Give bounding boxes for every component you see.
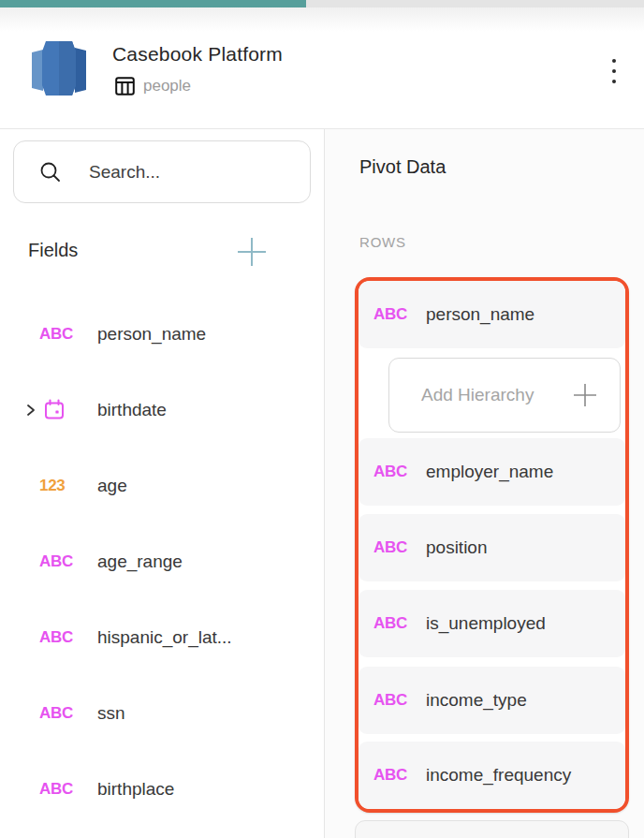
- fields-header: Fields: [0, 223, 325, 281]
- app-header: Casebook Platform people: [0, 7, 644, 129]
- page-load-progress-track: [0, 0, 644, 7]
- pivot-row-chip-position[interactable]: ABC position: [359, 514, 625, 581]
- chevron-right-icon[interactable]: [24, 404, 37, 417]
- search-input[interactable]: [89, 162, 276, 183]
- text-type-badge: ABC: [373, 305, 415, 324]
- table-icon: [115, 77, 135, 96]
- add-field-plus-icon[interactable]: [236, 236, 268, 268]
- field-label: age_range: [97, 551, 183, 572]
- text-type-badge: ABC: [373, 691, 415, 710]
- text-type-badge: ABC: [39, 780, 86, 799]
- pivot-row-label: position: [426, 537, 488, 558]
- pivot-row-chip-partial[interactable]: [355, 820, 629, 838]
- field-label: ssn: [97, 703, 125, 724]
- pivot-data-panel: Pivot Data ROWS ABC person_name Add Hier…: [325, 129, 644, 838]
- calendar-icon: [43, 399, 66, 421]
- pivot-row-chip-income-type[interactable]: ABC income_type: [359, 667, 625, 734]
- text-type-badge: ABC: [373, 614, 415, 633]
- field-item-person-name[interactable]: ABC person_name: [0, 296, 325, 372]
- field-label: birthplace: [97, 779, 174, 800]
- text-type-badge: ABC: [373, 766, 415, 785]
- field-item-hispanic-or-latino[interactable]: ABC hispanic_or_lat...: [0, 599, 325, 675]
- field-item-ssn[interactable]: ABC ssn: [0, 675, 325, 751]
- pivot-row-chip-is-unemployed[interactable]: ABC is_unemployed: [359, 590, 625, 657]
- pivot-row-label: income_frequency: [426, 765, 571, 786]
- pivot-row-chip-employer-name[interactable]: ABC employer_name: [359, 438, 625, 506]
- text-type-badge: ABC: [373, 463, 415, 481]
- pivot-row-label: employer_name: [426, 462, 553, 482]
- plus-icon: [573, 383, 597, 407]
- pivot-row-chip-income-frequency[interactable]: ABC income_frequency: [359, 742, 625, 809]
- text-type-badge: ABC: [39, 628, 86, 647]
- pivot-row-label: is_unemployed: [426, 613, 546, 634]
- app-title: Casebook Platform: [112, 43, 283, 66]
- pivot-builder-screen: Casebook Platform people Fields: [0, 0, 644, 838]
- pivot-row-chip-person-name[interactable]: ABC person_name: [359, 281, 625, 348]
- fields-sidebar: Fields ABC person_name: [0, 129, 325, 838]
- field-label: hispanic_or_lat...: [97, 627, 232, 648]
- fields-heading: Fields: [28, 240, 78, 261]
- page-load-progress-bar: [0, 0, 306, 7]
- text-type-badge: ABC: [39, 704, 86, 723]
- text-type-badge: ABC: [39, 552, 86, 571]
- add-hierarchy-button[interactable]: Add Hierarchy: [388, 358, 621, 433]
- field-list: ABC person_name birthdate 123 age: [0, 296, 325, 827]
- search-box[interactable]: [13, 140, 311, 203]
- pivot-data-title: Pivot Data: [359, 156, 446, 178]
- field-item-age[interactable]: 123 age: [0, 448, 325, 523]
- field-label: birthdate: [97, 400, 167, 420]
- pivot-row-label: person_name: [426, 304, 534, 325]
- kebab-menu-icon[interactable]: [603, 52, 625, 90]
- text-type-badge: ABC: [373, 538, 415, 557]
- rows-section-label: ROWS: [359, 234, 406, 250]
- field-item-birthdate[interactable]: birthdate: [0, 372, 325, 448]
- field-item-age-range[interactable]: ABC age_range: [0, 523, 325, 599]
- table-name: people: [143, 77, 191, 96]
- highlight-box: ABC person_name Add Hierarchy ABC employ…: [355, 277, 629, 813]
- field-label: person_name: [97, 324, 206, 345]
- pivot-row-label: income_type: [426, 690, 527, 711]
- number-type-badge: 123: [39, 477, 86, 495]
- search-icon: [38, 160, 63, 184]
- field-item-birthplace[interactable]: ABC birthplace: [0, 751, 325, 827]
- casebook-database-logo-icon: [31, 36, 87, 101]
- add-hierarchy-label: Add Hierarchy: [421, 385, 534, 405]
- text-type-badge: ABC: [39, 325, 86, 344]
- table-breadcrumb: people: [115, 77, 191, 96]
- field-label: age: [97, 476, 127, 496]
